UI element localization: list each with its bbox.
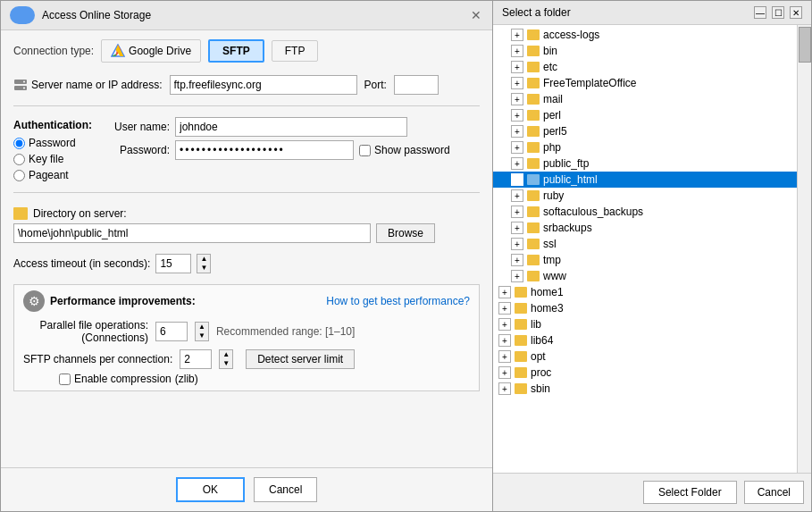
expand-button[interactable]: +	[511, 157, 523, 170]
tree-item[interactable]: +opt	[493, 348, 797, 365]
expand-button[interactable]: +	[498, 382, 511, 395]
parallel-up-btn[interactable]: ▲	[196, 323, 208, 332]
expand-button[interactable]: +	[511, 254, 523, 266]
tree-item[interactable]: +home1	[493, 284, 797, 300]
folder-icon	[527, 110, 540, 121]
parallel-input[interactable]	[155, 322, 188, 341]
tree-item[interactable]: +php	[493, 139, 797, 155]
username-input[interactable]	[175, 117, 407, 137]
tree-item[interactable]: +ssl	[493, 236, 797, 252]
folder-icon	[527, 255, 540, 265]
expand-button[interactable]: +	[498, 286, 511, 298]
close-icon[interactable]: ✕	[469, 8, 483, 22]
expand-button[interactable]: +	[511, 189, 523, 202]
auth-password-radio[interactable]	[13, 138, 25, 149]
expand-button[interactable]: +	[511, 77, 523, 89]
tree-item[interactable]: +tmp	[493, 252, 797, 268]
select-folder-button[interactable]: Select Folder	[643, 481, 737, 504]
channels-input[interactable]	[180, 349, 212, 369]
auth-keyfile-label[interactable]: Key file	[13, 153, 94, 165]
expand-button[interactable]: +	[511, 125, 523, 138]
detect-limit-button[interactable]: Detect server limit	[246, 349, 355, 369]
cancel-right-button[interactable]: Cancel	[744, 481, 804, 504]
tree-item[interactable]: +www	[493, 268, 797, 284]
maximize-button[interactable]: ☐	[772, 6, 784, 19]
scrollbar-thumb[interactable]	[799, 27, 811, 63]
browse-button[interactable]: Browse	[376, 223, 435, 243]
server-input[interactable]	[170, 75, 357, 95]
expand-button[interactable]: +	[498, 302, 511, 315]
folder-name: public_html	[543, 173, 598, 186]
channels-up-btn[interactable]: ▲	[220, 350, 232, 359]
parallel-down-btn[interactable]: ▼	[196, 332, 208, 340]
parallel-row: Parallel file operations: (Connections) …	[23, 319, 470, 344]
expand-button[interactable]: +	[511, 270, 523, 282]
server-icon	[13, 78, 28, 92]
expand-button[interactable]: +	[511, 29, 523, 41]
tree-item[interactable]: +srbackups	[493, 220, 797, 236]
auth-password-label[interactable]: Password	[13, 137, 94, 149]
show-password-checkbox[interactable]	[359, 145, 371, 156]
timeout-down-btn[interactable]: ▼	[197, 264, 210, 273]
folder-icon	[515, 335, 527, 346]
expand-button[interactable]: +	[511, 141, 523, 154]
google-drive-button[interactable]: Google Drive	[101, 39, 201, 63]
tree-item[interactable]: +proc	[493, 365, 797, 381]
expand-button[interactable]: +	[511, 45, 523, 57]
ok-button[interactable]: OK	[176, 477, 245, 502]
auth-pageant-label[interactable]: Pageant	[13, 169, 94, 181]
folder-name: php	[543, 141, 561, 154]
timeout-input[interactable]	[155, 254, 191, 273]
expand-button[interactable]: +	[498, 334, 511, 347]
expand-button[interactable]: +	[498, 366, 511, 379]
compress-checkbox[interactable]	[59, 374, 71, 385]
tree-item[interactable]: +ruby	[493, 188, 797, 204]
tree-item[interactable]: +perl	[493, 107, 797, 123]
folder-name: home1	[531, 286, 564, 298]
folder-icon	[527, 126, 540, 137]
expand-button[interactable]: +	[498, 350, 511, 363]
expand-button[interactable]: +	[511, 206, 523, 218]
close-right-button[interactable]: ✕	[790, 6, 802, 19]
expand-button[interactable]: +	[511, 222, 523, 234]
cancel-button[interactable]: Cancel	[254, 477, 317, 502]
folder-icon	[527, 46, 540, 56]
ftp-button[interactable]: FTP	[272, 40, 319, 62]
expand-button[interactable]: +	[511, 173, 523, 186]
minimize-button[interactable]: —	[754, 6, 766, 19]
tree-item[interactable]: +sbin	[493, 381, 797, 397]
tree-item[interactable]: +lib64	[493, 332, 797, 348]
expand-button[interactable]: +	[498, 318, 511, 331]
tree-item[interactable]: +access-logs	[493, 27, 797, 43]
tree-item[interactable]: +home3	[493, 300, 797, 316]
tree-item[interactable]: +mail	[493, 91, 797, 107]
sftp-button[interactable]: SFTP	[208, 39, 264, 63]
expand-button[interactable]: +	[511, 109, 523, 122]
folder-icon	[515, 319, 527, 330]
timeout-up-btn[interactable]: ▲	[197, 255, 210, 264]
expand-button[interactable]: +	[511, 61, 523, 73]
dir-label-text: Directory on server:	[33, 207, 127, 220]
tree-item[interactable]: +softaculous_backups	[493, 204, 797, 220]
folder-name: sbin	[531, 382, 550, 395]
tree-item[interactable]: +public_html	[493, 172, 797, 188]
perf-link[interactable]: How to get best performance?	[326, 295, 470, 307]
tree-item[interactable]: +bin	[493, 43, 797, 59]
tree-item[interactable]: +FreeTemplateOffice	[493, 75, 797, 91]
expand-button[interactable]: +	[511, 238, 523, 250]
password-input[interactable]	[175, 140, 354, 160]
expand-button[interactable]: +	[511, 93, 523, 105]
scrollbar[interactable]	[797, 25, 811, 473]
tree-item[interactable]: +lib	[493, 316, 797, 332]
panel-body: Connection type: Google Drive SFTP FTP	[1, 30, 492, 467]
tree-item[interactable]: +perl5	[493, 123, 797, 139]
divider-1	[13, 105, 480, 106]
tree-item[interactable]: +etc	[493, 59, 797, 75]
auth-keyfile-radio[interactable]	[13, 154, 25, 165]
dir-input[interactable]	[13, 223, 371, 243]
port-input[interactable]	[394, 75, 439, 95]
auth-pageant-radio[interactable]	[13, 170, 25, 181]
folder-icon	[515, 383, 527, 394]
tree-item[interactable]: +public_ftp	[493, 155, 797, 172]
channels-down-btn[interactable]: ▼	[220, 359, 232, 368]
